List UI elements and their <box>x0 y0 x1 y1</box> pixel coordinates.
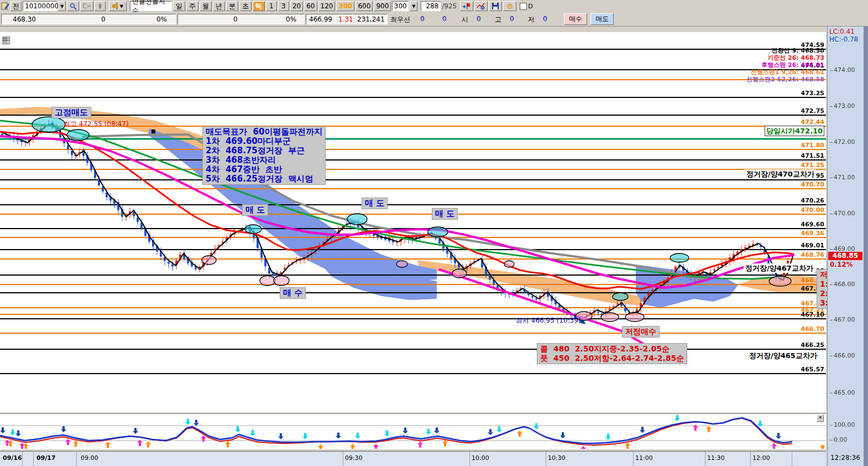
time-axis[interactable]: 09/1609/1709:0009:3010:0010:3011:0011:30… <box>0 451 826 466</box>
d-checkbox[interactable] <box>520 3 527 10</box>
annotation-box-red: 콜 480 2.50지지중-2.35-2.05순 풋 450 2.50저항-2.… <box>537 343 687 364</box>
interval-button-1[interactable]: 1 <box>266 1 277 11</box>
oscillator-close-icon[interactable]: ✕ <box>817 415 824 422</box>
volume: 231,241 <box>357 15 385 23</box>
time-axis-label: 12:00 <box>752 454 770 462</box>
app-icon <box>1 2 9 11</box>
y-axis-tick-label: 468.00 <box>830 281 855 288</box>
grid-tool-button[interactable] <box>1 35 10 44</box>
high-label: 고 <box>495 15 501 24</box>
change-value: 1.31 <box>338 15 353 23</box>
annotation-open: 당일시가472.10 <box>765 126 824 136</box>
period-button-group: 일주월년분초틱 <box>173 1 265 11</box>
time-axis-label: 09/16 <box>3 454 22 462</box>
interval-select[interactable]: 300 <box>392 1 409 11</box>
annotation-text-blue: 최저 466.95 (10:39) <box>516 316 581 325</box>
d-checkbox-label: D <box>528 3 532 10</box>
save-button[interactable] <box>489 1 502 11</box>
time-axis-label: 10:30 <box>548 454 566 462</box>
period-button-분[interactable]: 분 <box>226 1 238 11</box>
symbol-dropdown-button[interactable]: ▼ <box>58 1 66 11</box>
sell-button[interactable]: 매도 <box>590 13 614 25</box>
period-button-주[interactable]: 주 <box>186 1 198 11</box>
pct-a: 0% <box>156 15 167 23</box>
annotation-box-blue: 매 수 <box>280 287 306 299</box>
price-level-label: 469.01 <box>758 242 824 249</box>
time-axis-separator <box>33 452 34 466</box>
ref-price: 466.99 <box>309 15 332 23</box>
status-clock: 12:28:36 <box>828 454 863 462</box>
chart-mark-tool-button[interactable] <box>460 1 473 11</box>
period-button-초[interactable]: 초 <box>239 1 252 11</box>
open-label: 시 <box>462 15 468 24</box>
pct-b: 0% <box>286 15 296 23</box>
last-price: 468.30 <box>13 15 36 23</box>
current-change-pct: 0.12% <box>830 261 853 268</box>
price-level-label: 471.80 <box>758 142 824 149</box>
annotation-station: 정거장/양465교차가 <box>747 351 819 360</box>
prev-symbol-button[interactable]: 전 <box>11 1 22 11</box>
lc-indicator: LC:0.41 <box>829 28 855 35</box>
oscillator-panel[interactable] <box>0 413 826 449</box>
time-axis-separator <box>633 452 634 466</box>
interval-button-600[interactable]: 600 <box>355 1 373 11</box>
annotation-station: 정거장/양467교차가 <box>744 263 815 273</box>
period-button-월[interactable]: 월 <box>200 1 212 11</box>
value-b: 0 <box>233 15 238 23</box>
annotation-box-blue: 매 도 <box>242 204 268 216</box>
quote-bar: 468.30 0 0% 0 0% 466.99 1.31 231,241 최우선… <box>0 12 868 27</box>
symbol-search-button[interactable] <box>67 1 79 11</box>
open-value: 0 <box>477 15 481 23</box>
interval-button-900[interactable]: 900 <box>374 1 391 11</box>
sound-alert-button[interactable]: ▼ <box>109 1 127 11</box>
y-axis-tick-label: 467.00 <box>830 316 855 323</box>
price-level-label: 468.10 <box>758 277 824 284</box>
interval-button-20[interactable]: 20 <box>290 1 303 11</box>
spinner-buttons[interactable]: ▲▼ <box>95 1 106 11</box>
time-axis-label: 09:00 <box>81 454 98 462</box>
annotation-box-blue: 고점매도 <box>51 107 91 118</box>
oscillator-canvas[interactable] <box>0 414 826 449</box>
interval-button-60[interactable]: 60 <box>304 1 317 11</box>
main-chart-panel[interactable]: 474.59474.01473.25472.75472.44471.80471.… <box>0 32 826 412</box>
bar-count-input[interactable]: 288 <box>421 1 441 11</box>
time-axis-separator <box>22 452 23 466</box>
interval-button-300[interactable]: 300 <box>336 1 354 11</box>
refresh-button[interactable]: C↵ <box>80 1 93 11</box>
buy-button[interactable]: 매수 <box>564 13 587 25</box>
low-label: 저 <box>528 15 535 24</box>
chart-settings-tool-button[interactable] <box>474 1 488 11</box>
time-axis-separator <box>792 452 792 466</box>
y-axis-tick-label: 472.00 <box>830 138 855 146</box>
symbol-name-field: 연결선물지수 <box>130 1 172 11</box>
y-axis-tick-label: 470.00 <box>830 210 855 217</box>
price-level-label: 469.36 <box>758 230 824 237</box>
price-level-label: 471.25 <box>758 162 824 169</box>
annotation-box-blue: 매 도 <box>362 198 388 209</box>
annotation-text-red: 최고 472.55 (08:47) <box>64 120 129 129</box>
price-level-label: 465.57 <box>758 366 824 373</box>
interval-select-arrow[interactable]: ▼ <box>410 1 417 11</box>
interval-button-120[interactable]: 120 <box>318 1 336 11</box>
gear-settings-button[interactable]: ⚙ <box>503 1 516 11</box>
main-toolbar: 전 10100000 ▼ C↵ ▲▼ ▼ 연결선물지수 일주월년분초틱 1320… <box>0 0 868 12</box>
period-button-일[interactable]: 일 <box>173 1 185 11</box>
interval-button-group: 132060120300600900 <box>266 1 391 11</box>
best-ask: 0 <box>442 15 447 23</box>
secondary-summary-box: 0 0% <box>177 14 305 24</box>
window-edge-strip <box>864 27 868 466</box>
current-price-badge: 468.85 <box>828 252 862 260</box>
price-level-label: 469.60 <box>758 221 824 228</box>
main-chart-overlay: 474.59474.01473.25472.75472.44471.80471.… <box>0 32 826 412</box>
time-axis-label: 11:30 <box>707 454 725 462</box>
period-button-년[interactable]: 년 <box>213 1 225 11</box>
price-axis[interactable]: LC:0.41 HC:-0.78 468.85 0.12% 12:28:36 4… <box>827 27 864 466</box>
value-a: 0 <box>101 15 106 23</box>
price-level-label: 467.10 <box>758 311 824 318</box>
interval-button-3[interactable]: 3 <box>278 1 289 11</box>
trading-app-window: { "toolbar": { "prefix_button": "전", "sy… <box>0 0 868 466</box>
symbol-code-input[interactable]: 10100000 <box>23 1 57 11</box>
period-button-틱[interactable]: 틱 <box>253 1 265 11</box>
y-axis-tick-label: 466.00 <box>830 352 855 359</box>
time-axis-label: 09/17 <box>36 454 56 462</box>
